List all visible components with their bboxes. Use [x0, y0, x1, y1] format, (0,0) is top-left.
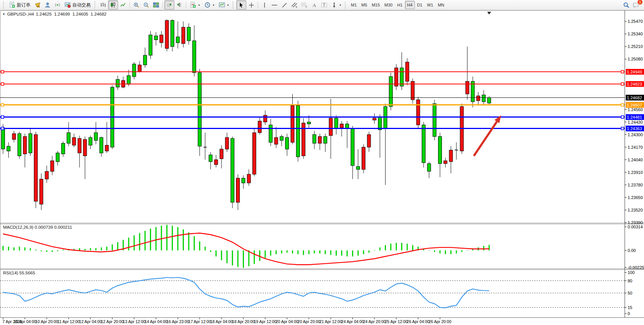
line-anchor-marker[interactable]	[621, 104, 624, 106]
macd-histogram-bar	[336, 250, 337, 256]
macd-histogram-bar	[352, 250, 353, 256]
vertical-line-tool-button[interactable]	[260, 0, 269, 10]
toolbar-grip[interactable]	[94, 2, 97, 8]
macd-histogram-bar	[95, 248, 96, 250]
line-anchor-marker[interactable]	[621, 116, 624, 118]
macd-histogram-bar	[450, 250, 451, 254]
macd-histogram-bar	[199, 241, 200, 250]
time-tick-label: 24 Apr 04:00	[341, 319, 364, 324]
zoom-out-button[interactable]	[141, 0, 151, 10]
line-anchor-marker[interactable]	[621, 83, 624, 85]
timeframe-W1[interactable]: W1	[425, 1, 436, 9]
macd-histogram-bar	[41, 250, 42, 251]
chart-title[interactable]: ▼ GBPUSD-,H4 1.24625 1.24699 1.24605 1.2…	[2, 12, 107, 16]
chart-shift-button[interactable]	[174, 0, 184, 10]
macd-histogram-bar	[194, 236, 195, 251]
timeframe-M15[interactable]: M15	[370, 1, 382, 9]
price-badge-label: 1.24607	[627, 103, 642, 107]
chevron-down-icon[interactable]: ▼	[2, 13, 5, 16]
search-button[interactable]	[621, 0, 631, 10]
macd-histogram-bar	[467, 250, 468, 251]
macd-histogram-bar	[221, 250, 222, 260]
price-badge-label: 1.24682	[627, 96, 642, 100]
crosshair-icon	[249, 2, 254, 8]
macd-histogram-bar	[270, 250, 271, 256]
new-order-button[interactable]: 新订单	[7, 0, 33, 10]
toolbar-grip[interactable]	[345, 2, 347, 8]
timeframe-H1[interactable]: H1	[395, 1, 405, 9]
macd-histogram-bar	[128, 237, 129, 250]
price-badge-label: 1.24823	[627, 82, 642, 86]
tile-windows-button[interactable]	[151, 0, 161, 10]
timeframe-M30[interactable]: M30	[382, 1, 395, 9]
price-tick-label: 1.25080	[628, 57, 643, 61]
macd-histogram-bar	[101, 247, 102, 250]
timeframe-M1[interactable]: M1	[349, 1, 359, 9]
indicators-button[interactable]: ▾	[188, 0, 202, 10]
text-tool-button[interactable]: A	[309, 0, 319, 10]
channel-tool-button[interactable]: E	[289, 0, 299, 10]
search-icon	[623, 2, 630, 8]
periods-button[interactable]: ▾	[202, 0, 217, 10]
time-tick-label: 17 Apr 12:00	[188, 319, 211, 324]
line-anchor-marker[interactable]	[1, 116, 4, 118]
macd-histogram-bar	[161, 226, 162, 250]
auto-scroll-button[interactable]	[164, 0, 174, 10]
cursor-tool-button[interactable]	[236, 0, 246, 10]
macd-histogram-bar	[445, 250, 446, 254]
line-anchor-marker[interactable]	[621, 127, 624, 130]
label-tool-button[interactable]: T	[319, 0, 329, 10]
macd-histogram-bar	[215, 250, 217, 256]
templates-button[interactable]: ▾	[217, 0, 231, 10]
notifications-button[interactable]: 1	[631, 0, 641, 10]
macd-histogram-bar	[35, 250, 37, 250]
line-anchor-marker[interactable]	[621, 70, 624, 73]
macd-histogram-bar	[62, 250, 64, 250]
toolbar-grip[interactable]	[3, 2, 5, 8]
time-tick-label: 26 Apr 04:00	[407, 319, 430, 324]
rsi-tick-label: 100	[628, 270, 634, 275]
styles-button[interactable]	[33, 0, 43, 10]
line-anchor-marker[interactable]	[1, 104, 4, 106]
text-label-icon: T	[321, 2, 327, 8]
horizontal-line-icon	[271, 2, 277, 8]
chevron-down-icon: ▾	[198, 3, 200, 7]
arrows-tool-button[interactable]: ▾	[329, 0, 343, 10]
line-chart-button[interactable]	[118, 0, 128, 10]
bar-chart-button[interactable]	[98, 0, 108, 10]
line-anchor-marker[interactable]	[1, 70, 4, 73]
macd-histogram-bar	[379, 247, 381, 250]
line-anchor-marker[interactable]	[1, 127, 4, 130]
new-order-label: 新订单	[17, 2, 30, 8]
timeframe-M5[interactable]: M5	[359, 1, 369, 9]
macd-histogram-bar	[412, 245, 413, 250]
fibonacci-tool-button[interactable]: F	[299, 0, 309, 10]
crosshair-tool-button[interactable]	[246, 0, 256, 10]
chart-shift-icon	[176, 2, 182, 8]
profile-button[interactable]	[43, 0, 53, 10]
timeframe-D1[interactable]: D1	[415, 1, 425, 9]
autotrade-icon	[65, 2, 71, 8]
time-tick-label: 18 Apr 20:00	[232, 319, 255, 324]
toolbar-grip[interactable]	[233, 2, 235, 8]
candlestick-chart-button[interactable]	[108, 0, 118, 10]
line-anchor-marker[interactable]	[1, 83, 4, 85]
chart-canvas[interactable]: 1.254701.253401.252101.250801.245601.244…	[0, 10, 644, 325]
macd-histogram-bar	[406, 244, 408, 250]
timeframe-MN[interactable]: MN	[435, 1, 446, 9]
macd-histogram-bar	[276, 250, 277, 254]
macd-histogram-bar	[390, 244, 391, 250]
zoom-in-button[interactable]	[131, 0, 141, 10]
autotrade-button[interactable]: 自动交易	[62, 0, 93, 10]
time-tick-label: 10 Apr 04:00	[14, 319, 37, 324]
timeframe-H4[interactable]: H4	[405, 1, 415, 9]
mt4-terminal: 新订单 自动交易	[0, 0, 644, 325]
macd-histogram-bar	[483, 246, 484, 250]
macd-histogram-bar	[19, 247, 20, 250]
macd-histogram-bar	[456, 250, 457, 253]
paint-bucket-icon	[35, 2, 41, 8]
signals-button[interactable]	[53, 0, 62, 10]
price-tick-label: 1.23520	[628, 208, 643, 212]
trendline-tool-button[interactable]	[279, 0, 289, 10]
horizontal-line-tool-button[interactable]	[269, 0, 279, 10]
